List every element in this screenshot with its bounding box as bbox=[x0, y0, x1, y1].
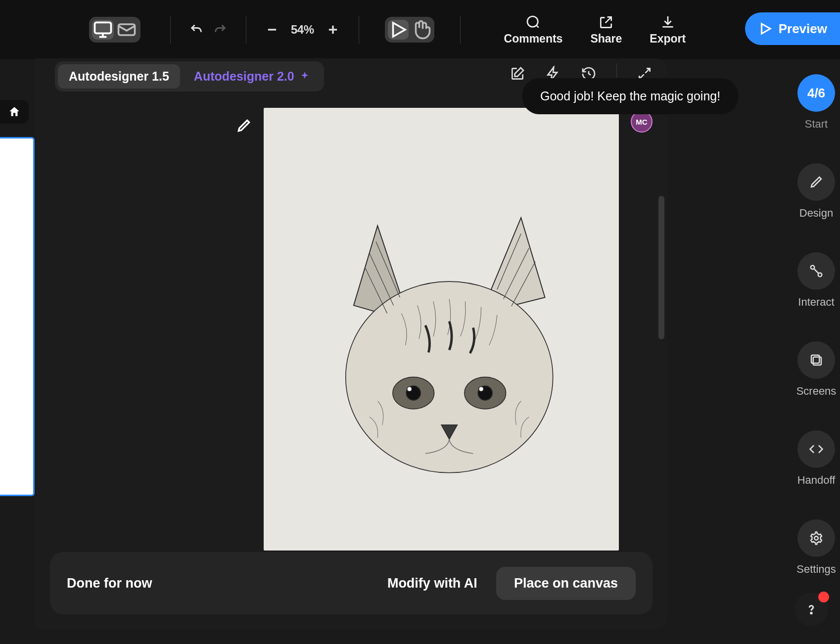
desktop-view-button[interactable] bbox=[92, 20, 114, 40]
undo-icon bbox=[189, 23, 203, 37]
zoom-level[interactable]: 54% bbox=[291, 23, 314, 37]
export-button[interactable]: Export bbox=[650, 14, 686, 46]
tab-autodesigner-1-5[interactable]: Autodesigner 1.5 bbox=[58, 64, 180, 89]
share-label: Share bbox=[590, 32, 622, 46]
redo-button[interactable] bbox=[208, 18, 232, 42]
pencil-icon bbox=[236, 118, 252, 134]
preview-label: Preview bbox=[779, 21, 827, 37]
mail-view-button[interactable] bbox=[116, 20, 138, 40]
divider bbox=[170, 16, 171, 44]
export-icon bbox=[660, 14, 676, 30]
dock-design[interactable]: Design bbox=[797, 163, 835, 220]
version-tabs: Autodesigner 1.5 Autodesigner 2.0 bbox=[55, 61, 324, 92]
zoom-in-button[interactable] bbox=[321, 18, 345, 42]
dock-label-screens: Screens bbox=[796, 385, 837, 398]
dock-label-design: Design bbox=[799, 207, 833, 220]
code-icon bbox=[809, 442, 824, 457]
hand-icon bbox=[411, 19, 431, 40]
divider bbox=[246, 16, 246, 44]
user-initials: MC bbox=[636, 118, 647, 126]
right-dock: 4/6 Start Design Interact Screens Handof… bbox=[793, 74, 840, 576]
notification-dot bbox=[818, 592, 829, 602]
comments-label: Comments bbox=[504, 32, 563, 46]
comments-button[interactable]: Comments bbox=[504, 14, 563, 46]
dock-label-interact: Interact bbox=[798, 296, 834, 309]
pointer-mode-button[interactable] bbox=[388, 20, 409, 40]
done-button[interactable]: Done for now bbox=[67, 576, 152, 591]
dock-label-settings: Settings bbox=[796, 563, 836, 576]
plus-icon bbox=[326, 23, 340, 37]
export-label: Export bbox=[650, 32, 686, 46]
svg-point-14 bbox=[407, 386, 412, 391]
dock-settings[interactable]: Settings bbox=[796, 519, 836, 576]
zoom-out-button[interactable] bbox=[260, 18, 284, 42]
toast-text: Good job! Keep the magic going! bbox=[540, 89, 720, 103]
place-canvas-button[interactable]: Place on canvas bbox=[496, 567, 636, 600]
minus-icon bbox=[265, 23, 279, 37]
screens-icon bbox=[809, 353, 824, 368]
gear-icon bbox=[809, 531, 824, 546]
svg-rect-0 bbox=[95, 22, 111, 33]
tab-autodesigner-2-0[interactable]: Autodesigner 2.0 bbox=[183, 64, 321, 89]
modify-ai-button[interactable]: Modify with AI bbox=[387, 576, 477, 591]
dock-handoff[interactable]: Handoff bbox=[797, 430, 836, 487]
dock-start[interactable]: 4/6 Start bbox=[797, 74, 835, 131]
redo-icon bbox=[213, 23, 227, 37]
home-button[interactable] bbox=[0, 100, 29, 124]
tab-label: Autodesigner 1.5 bbox=[69, 69, 169, 84]
start-count: 4/6 bbox=[807, 86, 825, 101]
question-icon bbox=[804, 602, 819, 617]
dock-interact[interactable]: Interact bbox=[797, 252, 835, 309]
start-progress-circle: 4/6 bbox=[797, 74, 835, 112]
svg-marker-5 bbox=[393, 23, 405, 37]
tab-label: Autodesigner 2.0 bbox=[194, 69, 294, 84]
vertical-scrollbar[interactable] bbox=[658, 196, 664, 339]
mail-icon bbox=[116, 19, 138, 41]
generated-image[interactable] bbox=[264, 108, 619, 551]
cursor-mode-toggle[interactable] bbox=[385, 17, 434, 43]
svg-point-6 bbox=[527, 16, 538, 27]
help-button[interactable] bbox=[794, 593, 828, 626]
svg-point-15 bbox=[479, 386, 484, 391]
svg-point-21 bbox=[811, 612, 812, 614]
toast-message: Good job! Keep the magic going! bbox=[522, 78, 738, 114]
zoom-controls: 54% bbox=[260, 18, 345, 42]
canvas-area: MC bbox=[35, 108, 667, 543]
desktop-icon bbox=[92, 19, 114, 41]
play-icon bbox=[758, 21, 773, 36]
svg-marker-7 bbox=[761, 24, 770, 34]
edit-tool-button[interactable] bbox=[510, 66, 525, 84]
dock-screens[interactable]: Screens bbox=[796, 341, 837, 398]
home-icon bbox=[8, 105, 21, 118]
play-pointer-icon bbox=[388, 19, 409, 40]
share-button[interactable]: Share bbox=[590, 14, 622, 46]
modify-label: Modify with AI bbox=[387, 576, 477, 591]
top-actions: Comments Share Export bbox=[504, 14, 686, 46]
divider bbox=[460, 16, 461, 44]
pencil-icon bbox=[809, 175, 824, 189]
interact-icon bbox=[809, 264, 824, 278]
preview-button[interactable]: Preview bbox=[745, 12, 840, 45]
comment-icon bbox=[525, 14, 541, 30]
divider bbox=[359, 16, 359, 44]
svg-point-20 bbox=[814, 536, 818, 540]
cat-sketch-image bbox=[281, 130, 601, 529]
edit-square-icon bbox=[510, 66, 525, 82]
dock-label-handoff: Handoff bbox=[797, 474, 836, 487]
action-bar: Done for now Modify with AI Place on can… bbox=[50, 552, 653, 614]
done-label: Done for now bbox=[67, 576, 152, 591]
undo-button[interactable] bbox=[185, 18, 208, 42]
svg-point-9 bbox=[346, 281, 553, 473]
autodesigner-panel: Autodesigner 1.5 Autodesigner 2.0 bbox=[35, 58, 667, 629]
svg-rect-19 bbox=[811, 355, 819, 363]
hand-mode-button[interactable] bbox=[411, 20, 431, 40]
edit-handle[interactable] bbox=[230, 112, 258, 139]
dock-label-start: Start bbox=[805, 118, 828, 131]
top-toolbar: 54% Comments Share Export Preview bbox=[0, 0, 840, 59]
share-icon bbox=[598, 14, 614, 30]
sparkle-icon bbox=[299, 71, 310, 82]
view-mode-toggle[interactable] bbox=[89, 17, 140, 43]
artboard-thumbnail[interactable] bbox=[0, 137, 35, 496]
svg-rect-18 bbox=[813, 357, 821, 365]
place-label: Place on canvas bbox=[514, 576, 618, 591]
